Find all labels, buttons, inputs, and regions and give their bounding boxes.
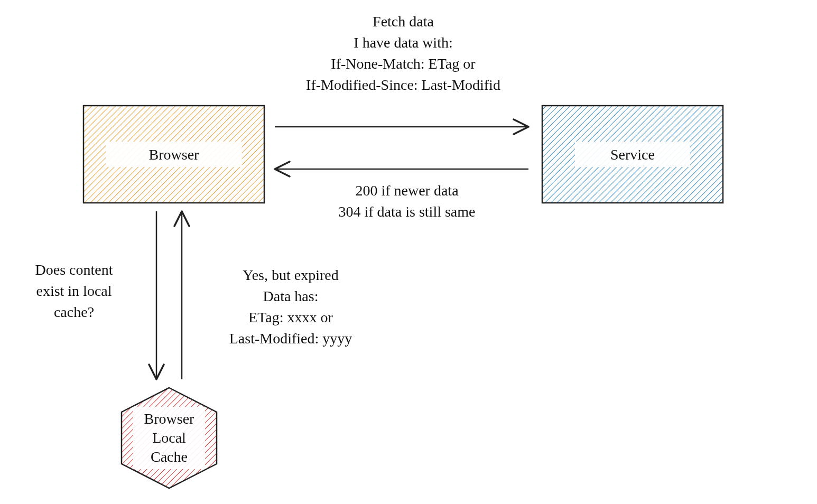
svg-text:exist in local: exist in local — [36, 283, 112, 299]
cache-node: Browser Local Cache — [122, 388, 217, 488]
svg-text:If-Modified-Since: Last-Modifi: If-Modified-Since: Last-Modifid — [306, 77, 500, 93]
svg-text:Does content: Does content — [35, 262, 113, 278]
service-node: Service — [542, 106, 723, 203]
cache-label-1: Browser — [144, 410, 195, 427]
svg-text:I have data with:: I have data with: — [354, 34, 452, 51]
svg-text:200 if newer data: 200 if newer data — [355, 182, 459, 199]
request-label: Fetch data I have data with: If-None-Mat… — [306, 13, 500, 93]
svg-text:Yes, but expired: Yes, but expired — [243, 267, 338, 283]
svg-text:304 if data is still same: 304 if data is still same — [339, 203, 476, 220]
cache-query-label: Does content exist in local cache? — [35, 262, 113, 320]
svg-text:cache?: cache? — [54, 304, 94, 320]
cache-label-2: Local — [152, 430, 186, 446]
service-label: Service — [610, 146, 655, 163]
svg-text:Data has:: Data has: — [263, 288, 319, 304]
cache-reply-label: Yes, but expired Data has: ETag: xxxx or… — [229, 267, 352, 347]
browser-node: Browser — [83, 106, 264, 203]
svg-text:ETag: xxxx or: ETag: xxxx or — [248, 309, 333, 325]
response-label: 200 if newer data 304 if data is still s… — [339, 182, 476, 220]
browser-label: Browser — [149, 146, 200, 163]
svg-text:Last-Modified: yyyy: Last-Modified: yyyy — [229, 330, 352, 347]
svg-text:If-None-Match: ETag or: If-None-Match: ETag or — [331, 55, 476, 72]
cache-label-3: Cache — [151, 449, 188, 465]
svg-text:Fetch data: Fetch data — [373, 13, 434, 30]
